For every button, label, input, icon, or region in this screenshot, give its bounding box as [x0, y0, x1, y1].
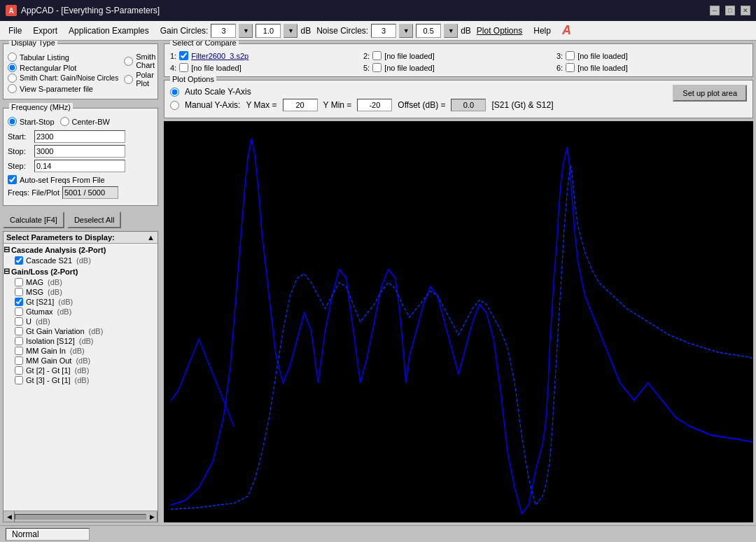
main-content: Display Type Tabular Listing Rectangular…: [0, 41, 756, 525]
noise-circles-unit: dB: [461, 26, 471, 36]
compare-num-6: 6:: [556, 64, 563, 72]
compare-checkbox-3[interactable]: [566, 51, 575, 60]
auto-set-label: Auto-set Freqs From File: [20, 176, 105, 184]
scroll-right-button[interactable]: ▶: [146, 511, 158, 522]
frequency-title: Frequency (MHz): [9, 103, 73, 111]
y-max-input[interactable]: [283, 99, 318, 111]
category-cascade: ⊟ Cascade Analysis (2-Port): [4, 244, 158, 256]
params-up-arrow[interactable]: ▲: [147, 233, 155, 242]
param-mm-gain-out-label: MM Gain Out: [26, 356, 71, 365]
deselect-all-button[interactable]: Deselect All: [67, 211, 121, 228]
param-gt-s21-checkbox[interactable]: [15, 298, 23, 306]
calculate-button[interactable]: Calculate [F4]: [3, 211, 64, 228]
menu-help[interactable]: Help: [528, 23, 556, 39]
radio-polar[interactable]: [124, 75, 133, 84]
horizontal-scrollbar[interactable]: ◀ ▶: [4, 510, 158, 522]
noise-circles-label: Noise Circles:: [316, 26, 368, 36]
radio-smith-gain[interactable]: [8, 74, 17, 83]
param-mm-gain-in-label: MM Gain In: [26, 347, 66, 355]
radio-manual-y[interactable]: [170, 101, 179, 110]
compare-checkbox-1[interactable]: [179, 51, 188, 60]
compare-num-2: 2:: [363, 52, 370, 60]
display-type-title: Display Type: [9, 41, 57, 47]
close-button[interactable]: ✕: [741, 6, 750, 15]
radio-rectangular[interactable]: [8, 63, 17, 72]
plot-options-title: Plot Options: [170, 75, 216, 83]
compare-file-1[interactable]: Filter2600_3.s2p: [191, 52, 248, 60]
compare-checkbox-6[interactable]: [566, 63, 575, 72]
param-gt2-gt1-unit: (dB): [75, 366, 90, 375]
param-isolation-checkbox[interactable]: [15, 337, 23, 345]
step-input[interactable]: [34, 160, 125, 172]
parameters-title: Select Parameters to Display: ▲: [4, 232, 158, 244]
list-item: Gt Gain Variation (dB): [4, 326, 158, 336]
minimize-button[interactable]: ─: [710, 6, 720, 15]
radio-center-bw[interactable]: [60, 117, 69, 126]
start-label: Start:: [8, 132, 34, 141]
left-panel: Display Type Tabular Listing Rectangular…: [0, 41, 161, 525]
param-msg-unit: (dB): [48, 288, 62, 296]
plot-options-box: Plot Options Auto Scale Y-Axis Manual Y-…: [164, 80, 753, 118]
param-gt2-gt1-checkbox[interactable]: [15, 366, 23, 375]
compare-num-5: 5:: [363, 64, 370, 72]
radio-view-s[interactable]: [8, 84, 17, 93]
scroll-track: [15, 514, 146, 520]
y-max-label: Y Max =: [246, 100, 276, 110]
compare-file-2: [no file loaded]: [384, 52, 435, 60]
label-center-bw: Center-BW: [72, 118, 110, 126]
offset-input: [451, 99, 486, 111]
radio-auto-scale[interactable]: [170, 88, 179, 97]
radio-smith[interactable]: [124, 57, 133, 66]
radio-start-stop[interactable]: [8, 117, 17, 126]
noise-circles-count[interactable]: [371, 24, 396, 38]
param-mm-gain-in-unit: (dB): [70, 347, 85, 355]
compare-item-5: 5: [no file loaded]: [363, 63, 554, 72]
compare-checkbox-5[interactable]: [372, 63, 382, 72]
setup-plot-area-button[interactable]: Set up plot area: [673, 85, 747, 102]
auto-set-checkbox[interactable]: [8, 175, 17, 184]
param-gt-gain-var-label: Gt Gain Variation: [26, 327, 85, 335]
noise-circles-value-dropdown[interactable]: ▼: [444, 24, 458, 38]
stop-input[interactable]: [34, 145, 125, 158]
param-gt3-gt1-unit: (dB): [75, 376, 90, 384]
param-u-checkbox[interactable]: [15, 317, 23, 326]
param-mm-gain-in-checkbox[interactable]: [15, 347, 23, 355]
maximize-button[interactable]: □: [725, 6, 735, 15]
param-gt3-gt1-checkbox[interactable]: [15, 376, 23, 384]
menu-file[interactable]: File: [3, 23, 27, 39]
noise-circles-value[interactable]: [416, 24, 441, 38]
list-item: Gt [S21] (dB): [4, 297, 158, 307]
param-gt-gain-var-checkbox[interactable]: [15, 327, 23, 335]
compare-file-5: [no file loaded]: [384, 64, 435, 72]
label-auto-scale: Auto Scale Y-Axis: [185, 87, 251, 97]
gain-circles-value[interactable]: [255, 24, 281, 38]
param-mag-checkbox[interactable]: [15, 278, 23, 286]
param-mm-gain-out-checkbox[interactable]: [15, 356, 23, 365]
chart-area: [164, 121, 753, 522]
y-min-input[interactable]: [357, 99, 392, 111]
param-gt2-gt1-label: Gt [2] - Gt [1]: [26, 366, 71, 375]
radio-tabular[interactable]: [8, 53, 17, 62]
gain-circles-count-dropdown[interactable]: ▼: [239, 24, 253, 38]
select-compare-box: Select or Compare 1: Filter2600_3.s2p 2:…: [164, 43, 753, 77]
start-input[interactable]: [34, 130, 125, 143]
gain-circles-count[interactable]: [211, 24, 236, 38]
label-tabular: Tabular Listing: [20, 53, 69, 62]
title-bar: A AppCAD - [Everything S-Parameters] ─ □…: [0, 0, 756, 21]
compare-file-4: [no file loaded]: [191, 64, 241, 72]
menu-app-examples[interactable]: Application Examples: [63, 23, 155, 39]
compare-checkbox-2[interactable]: [372, 51, 382, 60]
gain-circles-value-dropdown[interactable]: ▼: [284, 24, 298, 38]
param-mm-gain-out-unit: (dB): [76, 356, 90, 365]
menu-plot-options[interactable]: Plot Options: [471, 23, 528, 39]
frequency-group: Frequency (MHz) Start-Stop Center-BW Sta…: [3, 108, 158, 206]
compare-item-6: 6: [no file loaded]: [556, 63, 747, 72]
param-cascade-s21-checkbox[interactable]: [15, 256, 23, 265]
param-gtumax-checkbox[interactable]: [15, 307, 23, 316]
list-item: Cascade S21 (dB): [4, 256, 158, 265]
param-msg-checkbox[interactable]: [15, 288, 23, 296]
compare-checkbox-4[interactable]: [179, 63, 188, 72]
scroll-left-button[interactable]: ◀: [4, 511, 15, 522]
menu-export[interactable]: Export: [27, 23, 63, 39]
noise-circles-count-dropdown[interactable]: ▼: [399, 24, 413, 38]
